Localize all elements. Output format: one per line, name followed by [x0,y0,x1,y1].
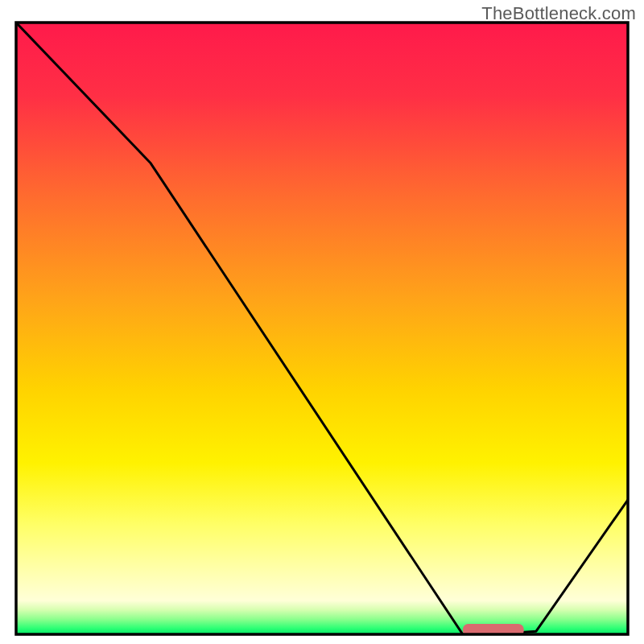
watermark-text: TheBottleneck.com [481,3,636,24]
bottleneck-chart [0,0,644,644]
chart-container: { "watermark": "TheBottleneck.com", "cha… [0,0,644,644]
gradient-background [16,23,628,634]
